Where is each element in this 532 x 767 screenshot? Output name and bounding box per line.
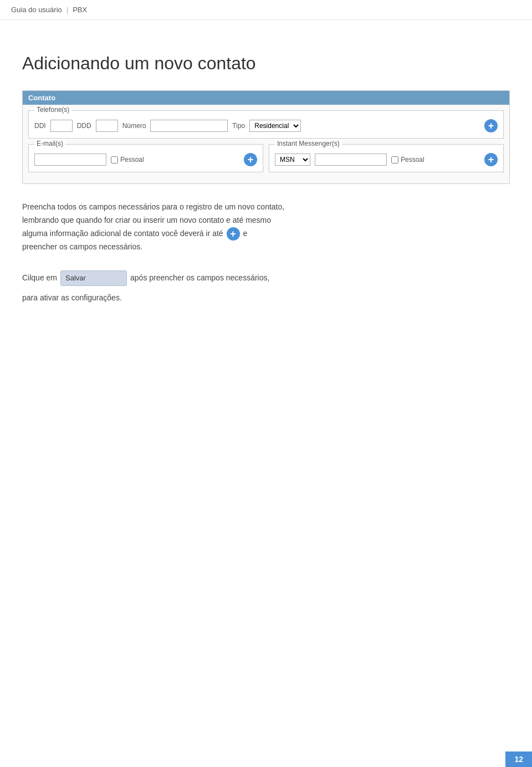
telefone-section: Telefone(s) DDI DDD Número Tipo Residenc… [28,110,504,139]
im-add-button[interactable]: + [484,153,498,166]
im-section: Instant Messenger(s) MSN Skype GTalk Pes… [269,144,504,172]
ddd-input[interactable] [96,120,118,132]
email-pessoal-checkbox[interactable] [111,156,118,163]
desc-line1: Preencha todos os campos necessários par… [22,202,284,211]
contato-body: Telefone(s) DDI DDD Número Tipo Residenc… [23,105,509,183]
header-separator: | [66,6,68,14]
im-pessoal-checkbox[interactable] [391,156,398,163]
email-legend: E-mail(s) [34,140,65,147]
desc-and: e [243,229,247,238]
two-section-row: E-mail(s) Pessoal + Instant Messenger(s) [28,144,504,178]
tipo-label: Tipo [232,122,245,130]
salvar-section: Cilque em Salvar após preencher os campo… [22,270,510,305]
page-number: 12 [505,751,532,767]
numero-label: Número [122,122,146,130]
numero-input[interactable] [150,120,228,132]
inline-plus-icon: + [227,227,240,241]
salvar-line2: para ativar as configurações. [22,292,410,305]
ddd-label: DDD [77,122,91,130]
salvar-suffix: após preencher os campos necessários, [130,272,269,285]
page-number-bar: 12 [0,751,532,767]
salvar-prefix: Cilque em [22,272,57,285]
email-pessoal-label: Pessoal [111,156,144,163]
description-text: Preencha todos os campos necessários par… [22,201,410,254]
header-title: Guia do usuário [11,6,62,14]
im-row: MSN Skype GTalk Pessoal + [275,153,498,166]
im-type-select[interactable]: MSN Skype GTalk [275,154,310,166]
contato-header: Contato [23,91,509,105]
salvar-btn-label: Salvar [65,272,86,284]
im-input[interactable] [315,154,387,166]
page-content: Adicionando um novo contato Contato Tele… [0,20,532,344]
salvar-button[interactable]: Salvar [60,270,127,286]
ddi-input[interactable] [50,120,73,132]
im-legend: Instant Messenger(s) [275,140,342,147]
page-title: Adicionando um novo contato [22,53,510,74]
header-subtitle: PBX [73,6,87,14]
contato-box: Contato Telefone(s) DDI DDD Número Tipo … [22,90,510,184]
desc-line2: lembrando que quando for criar ou inseri… [22,216,271,224]
desc-line3: alguma informação adicional de contato v… [22,229,223,238]
desc-line5: preencher os campos necessários. [22,242,142,251]
tipo-select[interactable]: Residencial Comercial Celular [249,120,301,132]
telefone-legend: Telefone(s) [34,106,71,114]
header: Guia do usuário | PBX [0,0,532,20]
telefone-add-button[interactable]: + [484,119,498,132]
salvar-line1: Cilque em Salvar após preencher os campo… [22,270,510,286]
telefone-row: DDI DDD Número Tipo Residencial Comercia… [34,119,498,132]
im-pessoal-label: Pessoal [391,156,424,163]
email-section: E-mail(s) Pessoal + [28,144,263,172]
ddi-label: DDI [34,122,46,130]
email-add-button[interactable]: + [244,153,257,166]
email-input[interactable] [34,154,106,166]
email-row: Pessoal + [34,153,257,166]
